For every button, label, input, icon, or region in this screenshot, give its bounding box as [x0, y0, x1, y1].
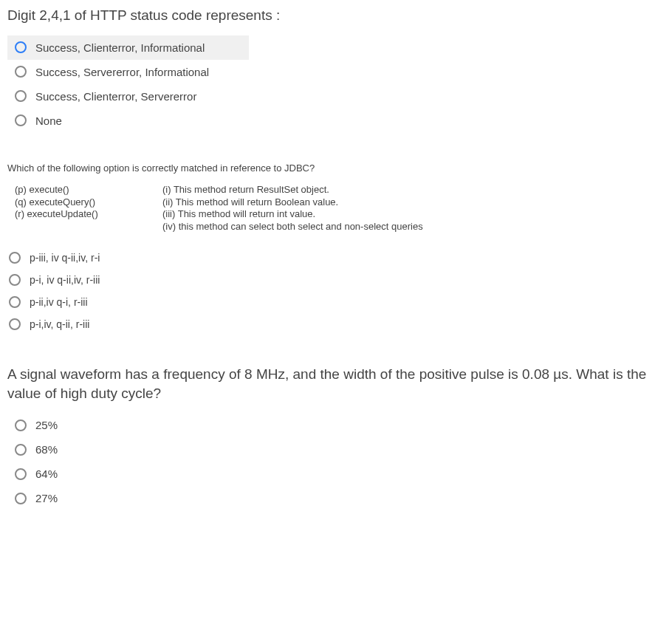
q1-option-1[interactable]: Success, Clienterror, Informational — [7, 35, 249, 60]
match-left-col: (p) execute() (q) executeQuery() (r) exe… — [15, 184, 162, 234]
radio-icon — [15, 493, 27, 504]
radio-icon — [15, 114, 27, 126]
q1-option-3[interactable]: Success, Clienterror, Servererror — [7, 84, 662, 109]
match-left-2: (q) executeQuery() — [15, 196, 162, 209]
question-1-title: Digit 2,4,1 of HTTP status code represen… — [7, 6, 662, 25]
q1-option-4[interactable]: None — [7, 109, 662, 133]
radio-icon — [15, 90, 27, 102]
question-2-title: Which of the following option is correct… — [7, 162, 662, 174]
radio-icon — [9, 318, 21, 330]
match-right-3: (iii) This method will return int value. — [162, 208, 423, 221]
q2-option-4[interactable]: p-i,iv, q-ii, r-iii — [7, 313, 662, 335]
q3-option-2[interactable]: 68% — [7, 437, 662, 462]
q1-option-2[interactable]: Success, Servererror, Informational — [7, 60, 662, 84]
radio-icon — [15, 41, 27, 53]
match-right-col: (i) This method return ResultSet object.… — [162, 184, 423, 234]
match-right-4: (iv) this method can select both select … — [162, 221, 423, 233]
q2-option-2-label: p-i, iv q-ii,iv, r-iii — [30, 274, 100, 286]
q2-option-4-label: p-i,iv, q-ii, r-iii — [30, 318, 89, 330]
question-3-title: A signal waveform has a frequency of 8 M… — [7, 365, 662, 402]
radio-icon — [15, 419, 27, 431]
q2-option-3[interactable]: p-ii,iv q-i, r-iii — [7, 291, 662, 313]
q3-option-4[interactable]: 27% — [7, 486, 662, 510]
question-3: A signal waveform has a frequency of 8 M… — [7, 365, 662, 510]
q3-option-1-label: 25% — [35, 419, 58, 431]
q3-option-3[interactable]: 64% — [7, 462, 662, 486]
q3-option-4-label: 27% — [35, 492, 58, 504]
match-columns: (p) execute() (q) executeQuery() (r) exe… — [15, 184, 662, 234]
match-left-3: (r) executeUpdate() — [15, 208, 162, 221]
radio-icon — [9, 252, 21, 264]
q2-option-3-label: p-ii,iv q-i, r-iii — [30, 296, 88, 308]
q2-option-1[interactable]: p-iii, iv q-ii,iv, r-i — [7, 247, 662, 269]
q1-option-1-label: Success, Clienterror, Informational — [35, 41, 205, 54]
question-1: Digit 2,4,1 of HTTP status code represen… — [7, 6, 662, 133]
radio-icon — [15, 468, 27, 480]
radio-icon — [9, 274, 21, 286]
q1-option-3-label: Success, Clienterror, Servererror — [35, 90, 196, 103]
question-2: Which of the following option is correct… — [7, 162, 662, 336]
q1-option-4-label: None — [35, 114, 62, 127]
q3-option-2-label: 68% — [35, 443, 58, 456]
radio-icon — [15, 66, 27, 78]
radio-icon — [15, 444, 27, 456]
q2-option-1-label: p-iii, iv q-ii,iv, r-i — [30, 252, 100, 264]
q3-option-1[interactable]: 25% — [7, 413, 662, 437]
match-right-1: (i) This method return ResultSet object. — [162, 184, 423, 196]
match-right-2: (ii) This method will return Boolean val… — [162, 196, 423, 209]
q1-option-2-label: Success, Servererror, Informational — [35, 66, 209, 78]
match-left-1: (p) execute() — [15, 184, 162, 196]
q3-option-3-label: 64% — [35, 467, 58, 480]
q2-option-2[interactable]: p-i, iv q-ii,iv, r-iii — [7, 269, 662, 291]
radio-icon — [9, 296, 21, 308]
